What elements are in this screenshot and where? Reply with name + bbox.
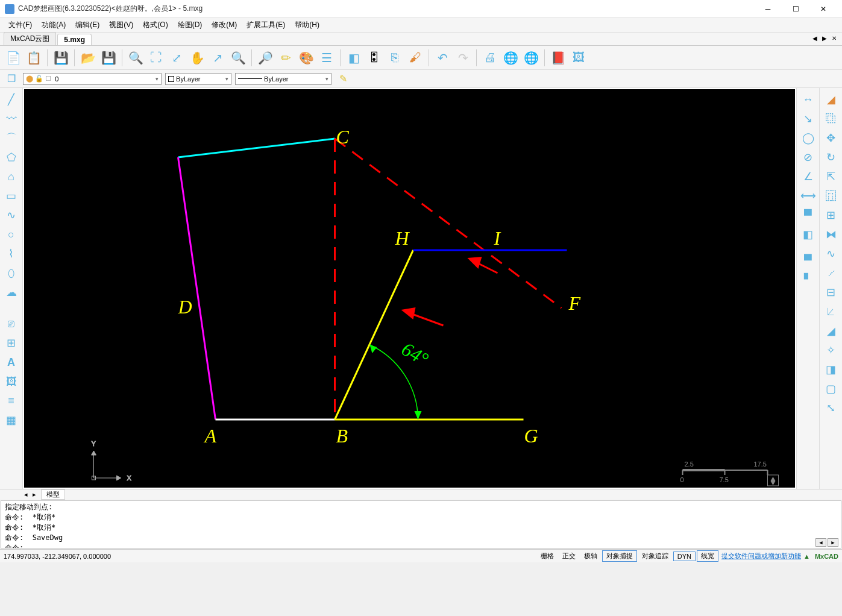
otrack-toggle[interactable]: 对象追踪 xyxy=(638,551,672,561)
list-button[interactable]: ☰ xyxy=(317,48,336,68)
print-button[interactable]: 🖨 xyxy=(480,48,500,68)
menu-file[interactable]: 文件(F) xyxy=(4,20,37,30)
cmd-next-icon[interactable]: ▶ xyxy=(828,538,838,547)
new-file-button[interactable]: 📄 xyxy=(4,48,23,68)
open-button[interactable]: 📂 xyxy=(78,48,98,68)
redo-button[interactable]: ↷ xyxy=(453,48,473,68)
image-insert-button[interactable]: 🖼 xyxy=(2,372,20,391)
dyn-toggle[interactable]: DYN xyxy=(673,552,696,561)
drawing-canvas[interactable]: X Y 2.5 17.5 0 7.5 xyxy=(24,89,795,488)
cmd-prev-icon[interactable]: ◀ xyxy=(815,538,826,547)
tab-next-icon[interactable]: ▶ xyxy=(820,34,829,42)
undo-button[interactable]: ↶ xyxy=(433,48,452,68)
minimize-button[interactable]: ─ xyxy=(754,0,782,18)
line-button[interactable]: ╱ xyxy=(2,90,20,108)
curve-button[interactable]: ⌇ xyxy=(2,245,20,263)
color-grid-button[interactable]: 🎨 xyxy=(297,48,316,68)
highlight-button[interactable]: ✏ xyxy=(276,48,295,68)
menu-edit[interactable]: 编辑(E) xyxy=(71,20,104,30)
menu-view[interactable]: 视图(V) xyxy=(104,20,138,30)
image-button[interactable]: 🖼 xyxy=(569,48,588,68)
dim-continue-button[interactable]: ⟷ xyxy=(799,187,817,205)
polar-toggle[interactable]: 极轴 xyxy=(580,551,601,561)
block-insert-button[interactable]: ⎚ xyxy=(2,315,20,333)
spline-button[interactable]: ∿ xyxy=(2,206,20,224)
pen-button[interactable]: ✎ xyxy=(335,72,351,86)
hatch-button[interactable]: ▦ xyxy=(2,411,20,429)
layer-manager-button[interactable]: ❒ xyxy=(4,72,19,86)
dim-linear-button[interactable]: ↔ xyxy=(799,90,817,108)
ellipse-button[interactable]: ⬯ xyxy=(2,264,20,282)
tab-file[interactable]: 5.mxg xyxy=(57,34,92,45)
menu-format[interactable]: 格式(O) xyxy=(138,20,172,30)
copy-button[interactable]: ⿻ xyxy=(822,110,840,128)
3d-button[interactable]: ◨ xyxy=(822,360,840,379)
menu-help[interactable]: 帮助(H) xyxy=(290,20,324,30)
ortho-toggle[interactable]: 正交 xyxy=(559,551,579,561)
align-top-button[interactable]: ▀ xyxy=(799,206,817,224)
offset-button[interactable]: ⿵ xyxy=(822,187,840,205)
lineweight-toggle[interactable]: 线宽 xyxy=(697,550,718,562)
align-bot-button[interactable]: ▄ xyxy=(799,245,817,263)
dim-radius-button[interactable]: ◯ xyxy=(799,129,817,147)
polygon-button[interactable]: ⬠ xyxy=(2,148,20,166)
dim-angular-button[interactable]: ∠ xyxy=(799,168,817,186)
break-button[interactable]: ⊟ xyxy=(822,283,840,301)
trim-button[interactable]: ∿ xyxy=(822,245,840,263)
find-button[interactable]: 🔎 xyxy=(256,48,275,68)
zoom-button[interactable]: ↗ xyxy=(208,48,227,68)
modeltab-next-icon[interactable]: ▸ xyxy=(33,491,36,498)
color-select[interactable]: ByLayer ▾ xyxy=(165,73,231,85)
menu-function[interactable]: 功能(A) xyxy=(37,20,71,30)
arc-button[interactable]: ⌒ xyxy=(2,129,20,147)
mirror-button[interactable]: ⧓ xyxy=(822,225,840,244)
chamfer-button[interactable]: ◢ xyxy=(822,322,840,340)
align-left-button[interactable]: ▖ xyxy=(799,264,817,282)
revision-cloud-button[interactable]: ☁ xyxy=(2,283,20,301)
maximize-button[interactable]: ☐ xyxy=(782,0,809,18)
modeltab-prev-icon[interactable]: ◂ xyxy=(24,491,28,498)
scale-button[interactable]: ⇱ xyxy=(822,168,840,186)
menu-modify[interactable]: 修改(M) xyxy=(207,20,242,30)
erase-button[interactable]: ◢ xyxy=(822,90,840,108)
command-input[interactable] xyxy=(28,544,777,548)
pdf-button[interactable]: 📕 xyxy=(548,48,568,68)
pline-button[interactable]: 〰 xyxy=(2,110,20,128)
tab-cloud[interactable]: MxCAD云图 xyxy=(4,32,56,45)
osnap-toggle[interactable]: 对象捕捉 xyxy=(602,550,637,562)
stretch-button[interactable]: ⤡ xyxy=(822,399,840,417)
pan-button[interactable]: ✋ xyxy=(187,48,207,68)
new-template-button[interactable]: 📋 xyxy=(24,48,43,68)
feedback-link[interactable]: 提交软件问题或增加新功能 xyxy=(721,552,801,561)
text-button[interactable]: A xyxy=(2,353,20,371)
rect-button[interactable]: ▭ xyxy=(2,187,20,205)
menu-ext-tools[interactable]: 扩展工具(E) xyxy=(242,20,290,30)
zoom-realtime-button[interactable]: 🔍 xyxy=(228,48,248,68)
palette-button[interactable]: 🎛 xyxy=(365,48,384,68)
block-create-button[interactable]: ⊞ xyxy=(2,334,20,352)
zoom-window-button[interactable]: 🔍 xyxy=(126,48,145,68)
circle-button[interactable]: ○ xyxy=(2,225,20,244)
save-as-button[interactable]: 💾 xyxy=(99,48,118,68)
dim-aligned-button[interactable]: ↘ xyxy=(799,110,817,128)
menu-draw[interactable]: 绘图(D) xyxy=(173,20,207,30)
zoom-extents-button[interactable]: ⛶ xyxy=(146,48,166,68)
grid-toggle[interactable]: 栅格 xyxy=(537,551,558,561)
brush-button[interactable]: 🖌 xyxy=(406,48,425,68)
explode-button[interactable]: ✧ xyxy=(822,341,840,359)
linetype-select[interactable]: ByLayer ▾ xyxy=(235,73,331,85)
array-button[interactable]: ⊞ xyxy=(822,206,840,224)
web2-button[interactable]: 🌐 xyxy=(521,48,541,68)
move-button[interactable]: ✥ xyxy=(822,129,840,147)
align-mid-button[interactable]: ◧ xyxy=(799,225,817,244)
command-window[interactable]: 指定移动到点: 命令: *取消* 命令: *取消* 命令: SaveDwg 命令… xyxy=(1,500,841,548)
export-button[interactable]: ⎘ xyxy=(385,48,404,68)
model-tab[interactable]: 模型 xyxy=(41,489,65,500)
tab-prev-icon[interactable]: ◀ xyxy=(811,34,819,42)
mtext-button[interactable]: ≡ xyxy=(2,392,20,410)
rotate-button[interactable]: ↻ xyxy=(822,148,840,166)
tab-close-icon[interactable]: ✕ xyxy=(830,34,838,42)
zoom-all-button[interactable]: ⤢ xyxy=(167,48,186,68)
save-button[interactable]: 💾 xyxy=(51,48,71,68)
layer-select[interactable]: ⬤ 🔓 ☐ 0 ▾ xyxy=(23,73,162,85)
